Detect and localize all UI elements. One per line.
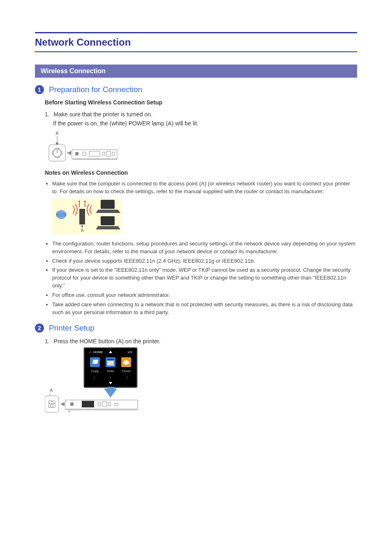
section-1-heading: Preparation for Connection <box>49 85 142 94</box>
svg-rect-62 <box>70 402 74 406</box>
svg-point-69 <box>69 411 70 412</box>
svg-marker-41 <box>92 360 98 364</box>
svg-rect-11 <box>75 152 78 155</box>
svg-marker-33 <box>96 226 120 229</box>
notes-list-2: The configuration, router functions, set… <box>45 240 357 317</box>
section-1-header: 1 Preparation for Connection <box>35 85 357 94</box>
s2-step1: 1. Press the HOME button (A) on the prin… <box>45 338 357 346</box>
svg-marker-60 <box>60 402 65 406</box>
svg-point-26 <box>84 201 86 202</box>
note-item: Make sure that the computer is connected… <box>52 180 357 196</box>
svg-text:A: A <box>81 228 84 233</box>
s1-step1: 1. Make sure that the printer is turned … <box>45 111 357 119</box>
notes-list: Make sure that the computer is connected… <box>45 180 357 196</box>
diagram-label-a: A <box>55 131 59 136</box>
svg-text:1/3: 1/3 <box>127 350 132 354</box>
svg-text:A: A <box>50 388 53 393</box>
svg-rect-32 <box>101 216 115 225</box>
svg-rect-13 <box>89 151 100 156</box>
note-item: The configuration, router functions, set… <box>52 240 357 256</box>
note-item: For office use, consult your network adm… <box>52 291 357 299</box>
before-starting-title: Before Starting Wireless Connection Setu… <box>45 99 357 106</box>
svg-rect-45 <box>107 359 114 361</box>
network-diagram: A <box>52 198 357 234</box>
printer-power-diagram: A <box>45 131 357 162</box>
svg-text:Copy: Copy <box>91 369 99 373</box>
note-item: Check if your device supports IEEE802.11… <box>52 257 357 265</box>
svg-text:⌂: ⌂ <box>89 350 91 354</box>
note-item: Take added care when connecting to a net… <box>52 301 357 317</box>
step-badge-1: 1 <box>35 85 44 94</box>
page-title: Network Connection <box>35 32 357 52</box>
svg-rect-22 <box>79 209 85 224</box>
s1-step1-line2: If the power is on, the (white) POWER la… <box>53 120 357 128</box>
svg-rect-30 <box>101 200 115 209</box>
svg-text:Cloud: Cloud <box>122 369 131 373</box>
step-badge-2: 2 <box>35 324 44 333</box>
note-item: If your device is set to the "IEEE802.11… <box>52 266 357 290</box>
svg-text:HOME: HOME <box>93 350 103 354</box>
svg-rect-63 <box>82 401 94 407</box>
printer-home-diagram: ⌂ HOME 1/3 Copy Scan Cloud A <box>45 347 357 417</box>
section-2-header: 2 Printer Setup <box>35 324 357 333</box>
section-title-bar: Wireless Connection <box>35 65 357 78</box>
section-2-heading: Printer Setup <box>49 324 95 333</box>
svg-marker-9 <box>67 151 71 155</box>
svg-marker-53 <box>104 387 117 398</box>
svg-rect-61 <box>65 400 138 409</box>
svg-rect-35 <box>85 349 136 386</box>
svg-text:Scan: Scan <box>107 369 114 373</box>
svg-point-25 <box>78 201 80 202</box>
notes-title: Notes on Wireless Connection <box>45 169 357 176</box>
svg-marker-31 <box>96 210 120 213</box>
